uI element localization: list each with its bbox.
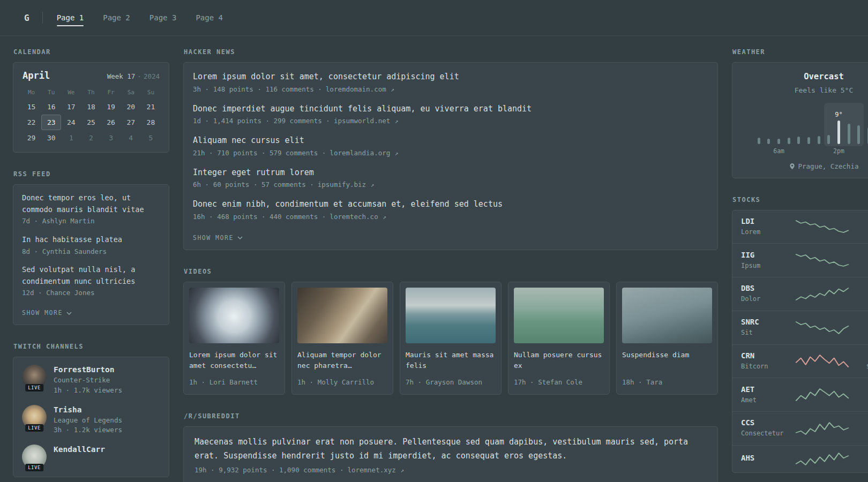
rss-show-more-button[interactable]: SHOW MORE <box>22 309 72 317</box>
hackernews-item-domain-link[interactable]: ipsumworld.net ↗ <box>334 117 399 125</box>
subreddit-post-metaline: 19h · 9,932 points · 1,090 comments ·lor… <box>194 465 707 476</box>
stock-symbol: CRN <box>741 351 788 360</box>
rss-item[interactable]: Donec tempor eros leo, ut commodo mauris… <box>22 192 160 227</box>
stock-sparkline <box>795 452 850 466</box>
calendar-day: 26 <box>101 115 121 130</box>
channel-info: KendallCarr <box>54 445 105 469</box>
subreddit-post[interactable]: Maecenas mollis pulvinar erat non posuer… <box>194 435 707 476</box>
chevron-down-icon <box>237 236 243 239</box>
rss-item[interactable]: Sed volutpat nulla nisl, a condimentum n… <box>22 264 160 298</box>
hackernews-item-title[interactable]: Lorem ipsum dolor sit amet, consectetur … <box>193 71 708 83</box>
stock-symbol: IIG <box>741 251 788 259</box>
video-thumbnail[interactable] <box>297 288 387 343</box>
app-logo[interactable]: G <box>24 13 29 23</box>
hackernews-item-title[interactable]: Donec imperdiet augue tincidunt felis al… <box>193 103 708 115</box>
hackernews-item-metaline: 21h · 710 points · 579 comments ·loremla… <box>193 148 708 159</box>
calendar-day: 30 <box>41 130 61 146</box>
calendar-header: April Week 17·2024 <box>21 70 161 81</box>
hackernews-item-title[interactable]: Integer eget rutrum lorem <box>193 167 708 179</box>
video-card[interactable]: Suspendisse diam 18h · Tara <box>616 282 718 395</box>
page-tab[interactable]: Page 1 <box>57 0 84 35</box>
stock-row[interactable]: IIG Ipsum +2.84% $42.04 <box>732 243 868 277</box>
video-card[interactable]: Nullam posuere cursus ex 17h · Stefan Co… <box>508 282 610 395</box>
hackernews-item-domain-link[interactable]: ipsumify.biz ↗ <box>318 180 375 189</box>
calendar-day: 18 <box>81 99 101 115</box>
stock-row[interactable]: AET Amet +0.92% $499.72 <box>732 378 868 411</box>
hackernews-item[interactable]: Lorem ipsum dolor sit amet, consectetur … <box>193 71 708 95</box>
video-card[interactable]: Lorem ipsum dolor sit amet consectetu… 1… <box>183 282 285 395</box>
weather-bar <box>807 137 810 144</box>
video-thumbnail[interactable] <box>189 288 279 343</box>
rss-item-title[interactable]: Sed volutpat nulla nisl, a condimentum n… <box>22 264 160 287</box>
twitch-channel[interactable]: LIVE Trisha League of Legends 3h · 1.2k … <box>22 405 160 436</box>
hackernews-item-metaline: 1d · 1,414 points · 299 comments ·ipsumw… <box>193 116 708 126</box>
weather-bar-column <box>854 125 864 144</box>
video-title[interactable]: Mauris sit amet massa felis <box>406 350 496 372</box>
channel-name[interactable]: KendallCarr <box>54 445 105 454</box>
calendar-day: 2 <box>81 130 101 146</box>
subreddit-post-domain-link[interactable]: loremnet.xyz ↗ <box>347 466 404 474</box>
video-meta: 1h · Molly Carrillo <box>297 378 387 388</box>
stock-name: Amet <box>741 395 788 405</box>
video-card[interactable]: Mauris sit amet massa felis 7h · Grayson… <box>400 282 502 395</box>
stock-price: $499.72 <box>856 395 868 405</box>
weather-hour-labels: 6am2pm10pm <box>754 147 868 156</box>
weather-bar <box>797 137 800 144</box>
middle-column: HACKER NEWS Lorem ipsum dolor sit amet, … <box>183 48 718 482</box>
twitch-channel[interactable]: LIVE KendallCarr <box>22 445 160 469</box>
video-title[interactable]: Aliquam tempor dolor nec pharetra… <box>297 350 387 372</box>
weather-bar-column <box>794 137 804 144</box>
weather-condition: Overcast <box>741 72 868 81</box>
hackernews-item[interactable]: Integer eget rutrum lorem 6h · 60 points… <box>193 167 708 191</box>
stock-change: +2.84% <box>856 250 868 258</box>
video-thumbnail[interactable] <box>514 288 604 343</box>
calendar-widget-title: CALENDAR <box>13 48 169 56</box>
page-tab[interactable]: Page 4 <box>196 0 223 35</box>
page-tab[interactable]: Page 3 <box>149 0 177 35</box>
stock-row[interactable]: CCS Consectetur +0.51% $165.84 <box>732 411 868 445</box>
video-title[interactable]: Suspendisse diam <box>622 350 712 372</box>
rss-item[interactable]: In hac habitasse platea 8d · Cynthia Sau… <box>22 234 160 257</box>
calendar-day: 16 <box>41 99 61 115</box>
video-thumbnail[interactable] <box>622 288 712 343</box>
rss-item-title[interactable]: Donec tempor eros leo, ut commodo mauris… <box>22 192 160 215</box>
subreddit-widget-title: /R/SUBREDDIT <box>184 412 718 420</box>
hackernews-show-more-button[interactable]: SHOW MORE <box>193 234 243 242</box>
stock-row[interactable]: SNRC Sit +1.36% $148.64 <box>732 311 868 344</box>
channel-name[interactable]: Trisha <box>54 405 122 414</box>
hackernews-item-title[interactable]: Donec enim nibh, condimentum et accumsan… <box>193 199 708 210</box>
channel-viewers: 3h · 1.2k viewers <box>54 425 122 435</box>
top-nav: G Page 1Page 2Page 3Page 4 <box>0 0 868 36</box>
hackernews-item-domain-link[interactable]: loremdomain.com ↗ <box>326 85 394 93</box>
video-thumbnail[interactable] <box>406 288 496 343</box>
calendar-card: April Week 17·2024 MoTuWeThFrSaSu 151617… <box>13 62 169 153</box>
calendar-dow-row: MoTuWeThFrSaSu <box>21 85 161 99</box>
rss-item-meta: 8d · Cynthia Saunders <box>22 247 160 257</box>
video-meta: 7h · Grayson Dawson <box>406 378 496 388</box>
twitch-channel[interactable]: LIVE ForrestBurton Counter-Strike 1h · 1… <box>22 365 160 396</box>
stock-row[interactable]: DBS Dolor +1.42% $156.28 <box>732 277 868 311</box>
weather-bar <box>777 139 780 144</box>
calendar-day: 15 <box>21 99 41 115</box>
hackernews-item[interactable]: Donec enim nibh, condimentum et accumsan… <box>193 199 708 222</box>
hackernews-item-title[interactable]: Aliquam nec cursus elit <box>193 135 708 147</box>
external-link-icon: ↗ <box>379 214 386 221</box>
stock-row[interactable]: LDI Lorem +4.35% $795.18 <box>732 210 868 244</box>
show-more-label: SHOW MORE <box>193 234 234 242</box>
hackernews-item[interactable]: Aliquam nec cursus elit 21h · 710 points… <box>193 135 708 159</box>
hackernews-item[interactable]: Donec imperdiet augue tincidunt felis al… <box>193 103 708 127</box>
stock-identity: IIG Ipsum <box>741 251 788 270</box>
video-title[interactable]: Lorem ipsum dolor sit amet consectetu… <box>189 350 279 372</box>
stock-symbol: AET <box>741 385 788 394</box>
stock-row[interactable]: CRN Bitcorn -1.00% $66,171.48 <box>732 344 868 378</box>
video-card[interactable]: Aliquam tempor dolor nec pharetra… 1h · … <box>291 282 393 395</box>
page-tab[interactable]: Page 2 <box>103 0 130 35</box>
hackernews-item-domain-link[interactable]: loremlandia.org ↗ <box>330 149 398 157</box>
subreddit-post-title[interactable]: Maecenas mollis pulvinar erat non posuer… <box>194 435 707 463</box>
channel-name[interactable]: ForrestBurton <box>54 365 122 374</box>
video-title[interactable]: Nullam posuere cursus ex <box>514 350 604 372</box>
stock-row[interactable]: AHS +0.46% <box>732 445 868 472</box>
hackernews-item-domain-link[interactable]: loremtech.co ↗ <box>330 213 386 221</box>
rss-item-title[interactable]: In hac habitasse platea <box>22 234 160 246</box>
stocks-card: LDI Lorem +4.35% $795.18 IIG Ipsum <box>732 210 868 473</box>
